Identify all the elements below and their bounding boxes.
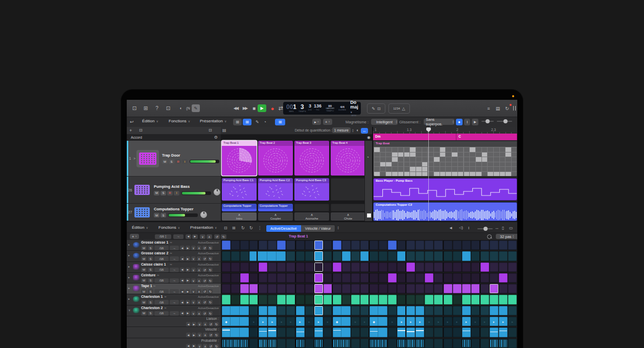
step-cell[interactable] <box>471 284 480 293</box>
step-cell[interactable] <box>341 339 351 348</box>
mute-button[interactable]: M <box>141 289 147 294</box>
step-cell[interactable] <box>416 306 424 315</box>
step-cell[interactable]: ▸ <box>499 317 508 326</box>
track-row[interactable]: 27Computations TopperMS <box>127 204 221 221</box>
grid-view-button[interactable]: ⊞ <box>233 119 242 125</box>
rotate-left-button[interactable]: ◄ <box>186 344 191 348</box>
step-cell[interactable] <box>434 263 443 272</box>
step-cell[interactable] <box>453 295 462 304</box>
rotate-right-button[interactable]: ► <box>186 246 190 250</box>
row-header[interactable]: ∨Charleston 2∧∨Activé/DesactivéMS/16→◄►∨… <box>127 306 221 316</box>
solo-button[interactable]: S <box>148 278 153 283</box>
fit-horizontal-icon[interactable]: ↔ <box>495 226 499 230</box>
step-cell[interactable]: ▸ <box>462 317 471 326</box>
step-cell[interactable] <box>259 339 267 348</box>
step-cell[interactable] <box>388 295 397 304</box>
step-cell[interactable] <box>276 251 286 260</box>
countin-metronome-group[interactable]: 1234 △ <box>388 103 410 114</box>
more-icon[interactable]: ⋮ <box>258 226 262 230</box>
row-playmode-box[interactable]: → <box>170 300 179 304</box>
solo-button[interactable]: S <box>148 268 153 272</box>
step-cell[interactable] <box>296 273 305 282</box>
step-cell[interactable] <box>471 328 480 337</box>
menu-fonctions[interactable]: Fonctions∨ <box>169 119 190 123</box>
step-cell[interactable] <box>296 295 305 304</box>
decrement-button[interactable]: ∨ <box>191 256 196 261</box>
pan-knob[interactable] <box>200 211 207 218</box>
step-cell[interactable] <box>508 339 517 348</box>
tracks-view-button[interactable]: ⊞ <box>243 119 251 125</box>
step-cell[interactable] <box>259 306 267 315</box>
step-cell[interactable] <box>324 273 332 282</box>
step-cell[interactable] <box>388 273 397 282</box>
step-cell[interactable] <box>222 241 231 250</box>
step-cell[interactable] <box>249 339 258 348</box>
step-cell[interactable] <box>240 251 249 260</box>
step-cell[interactable] <box>370 306 378 315</box>
row-playmode-box[interactable]: → <box>170 268 179 272</box>
step-cell[interactable] <box>434 306 443 315</box>
step-cell[interactable] <box>388 251 397 260</box>
step-cell[interactable] <box>462 295 471 304</box>
step-cell[interactable] <box>453 328 462 337</box>
step-cell[interactable] <box>286 295 295 304</box>
smart-controls-icon[interactable]: ⊞ <box>142 104 150 112</box>
row-header[interactable]: Liaison :◄►∨∧↺↻ <box>127 316 221 327</box>
step-cell[interactable] <box>268 241 277 250</box>
row-disclosure-icon[interactable]: ∨ <box>128 308 130 312</box>
step-cell[interactable] <box>324 284 332 293</box>
step-cell[interactable] <box>499 251 508 260</box>
step-cell[interactable]: ▸ <box>277 317 286 326</box>
decrement-button[interactable]: ∨ <box>197 322 202 327</box>
step-cell[interactable] <box>249 241 258 250</box>
drag-dropdown[interactable]: Sans superpos. <box>424 119 454 125</box>
step-cell[interactable] <box>324 339 332 348</box>
audition-icon[interactable]: ◁) <box>459 226 463 230</box>
step-cell[interactable] <box>360 251 369 260</box>
step-cell[interactable] <box>370 273 378 282</box>
step-cell[interactable] <box>508 295 517 304</box>
step-cell[interactable]: ▸ <box>314 317 323 326</box>
step-cell[interactable] <box>397 251 406 260</box>
step-cell[interactable] <box>434 251 443 260</box>
step-cell[interactable] <box>416 328 424 337</box>
step-cell[interactable] <box>416 263 424 272</box>
row-playmode-box[interactable]: → <box>170 246 179 250</box>
step-cell[interactable] <box>397 284 406 293</box>
loop-b-button[interactable]: ↻ <box>214 322 219 327</box>
step-cell[interactable] <box>305 251 314 260</box>
step-cell[interactable] <box>416 251 424 260</box>
step-cell[interactable]: ▸ <box>259 317 267 326</box>
step-cell[interactable] <box>259 284 267 293</box>
step-cell[interactable] <box>444 339 452 348</box>
step-cell[interactable]: ▸ <box>286 317 295 326</box>
step-cell[interactable] <box>360 295 369 304</box>
step-cell[interactable]: ▸ <box>324 317 332 326</box>
step-cell[interactable] <box>351 295 360 304</box>
step-cell[interactable] <box>406 339 415 348</box>
edit-mode-segmented[interactable]: Activé/Desactivé Vélocité / Valeur <box>266 225 335 232</box>
step-cell[interactable] <box>324 241 332 250</box>
mute-button[interactable]: M <box>141 278 147 283</box>
step-cell[interactable] <box>499 306 508 315</box>
step-cell[interactable] <box>370 284 378 293</box>
step-cell[interactable] <box>249 273 258 282</box>
step-cell[interactable]: ▸ <box>471 317 480 326</box>
mute-button[interactable]: M <box>141 246 147 250</box>
solo-button[interactable]: S <box>148 246 153 250</box>
step-cell[interactable] <box>453 251 462 260</box>
step-cell[interactable] <box>342 241 351 250</box>
step-cell[interactable] <box>416 339 424 348</box>
editor-menu-edition[interactable]: Édition∨ <box>132 225 148 230</box>
step-cell[interactable] <box>230 317 240 326</box>
step-cell[interactable] <box>305 306 314 315</box>
step-cell[interactable] <box>444 263 452 272</box>
step-cell[interactable] <box>351 251 360 260</box>
step-cell[interactable] <box>314 328 323 337</box>
step-cell[interactable] <box>277 295 286 304</box>
step-cell[interactable] <box>379 284 387 293</box>
quantize-dropdown[interactable]: 1 mesure <box>332 127 351 133</box>
step-cell[interactable] <box>341 317 351 326</box>
eye-icon[interactable]: ◉ <box>367 135 371 140</box>
step-cell[interactable] <box>314 295 323 304</box>
